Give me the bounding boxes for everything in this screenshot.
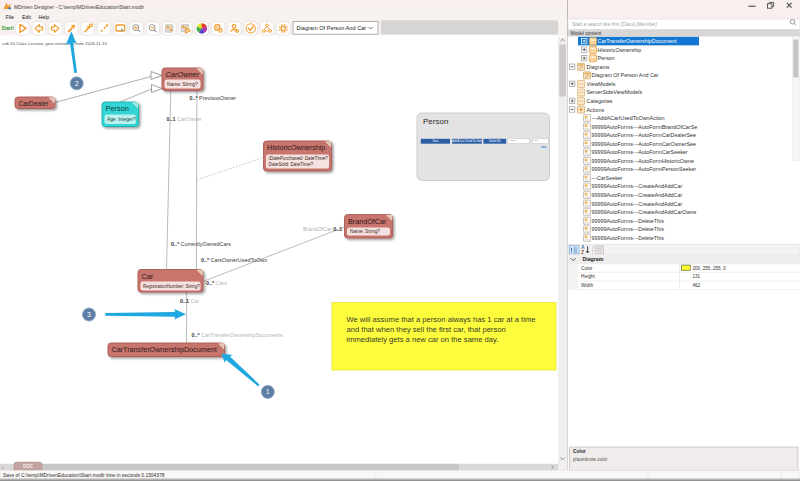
svg-text:We will assume that a person a: We will assume that a person always has … bbox=[347, 315, 536, 324]
svg-text:Car: Car bbox=[142, 272, 154, 281]
svg-text:Actions: Actions bbox=[587, 107, 605, 113]
svg-text:Diagram: Diagram bbox=[583, 256, 604, 262]
svg-text:0..1 Car: 0..1 Car bbox=[180, 298, 199, 304]
svg-text:1: 1 bbox=[266, 388, 270, 395]
svg-text:Width: Width bbox=[581, 283, 594, 288]
svg-text:99999AutoForms---AutoFormPerso: 99999AutoForms---AutoFormPersonSeeker bbox=[592, 166, 697, 172]
svg-text:DOC: DOC bbox=[23, 464, 34, 469]
svg-text:CarDealer: CarDealer bbox=[19, 100, 50, 107]
svg-text:0..* CarTransferOwnershipDocum: 0..* CarTransferOwnershipDocuments bbox=[192, 332, 283, 338]
svg-text:99999AutoForms---AutoFormCarSe: 99999AutoForms---AutoFormCarSeeker bbox=[592, 149, 688, 155]
svg-text:Add A Car I Used To Own: Add A Car I Used To Own bbox=[452, 139, 482, 143]
svg-text:Person: Person bbox=[423, 117, 448, 126]
svg-text:0..* Cars: 0..* Cars bbox=[206, 280, 227, 286]
svg-text:Diagram Of Person And Car: Diagram Of Person And Car bbox=[297, 25, 367, 31]
svg-text:99999AutoForms---CreateAndAddC: 99999AutoForms---CreateAndAddCar bbox=[592, 183, 683, 189]
svg-text:131: 131 bbox=[693, 274, 701, 279]
svg-text:Delete Me: Delete Me bbox=[489, 139, 501, 143]
svg-text:DateSold: DateTime?: DateSold: DateTime? bbox=[269, 162, 314, 167]
svg-text:---CarSeeker: ---CarSeeker bbox=[592, 175, 623, 181]
svg-text:Height: Height bbox=[581, 274, 596, 279]
svg-text:Edit: Edit bbox=[22, 14, 31, 20]
svg-text:Model content: Model content bbox=[571, 31, 602, 36]
svg-text:immediately gets a new car on: immediately gets a new car on the same d… bbox=[347, 335, 499, 344]
svg-text:Name: String?: Name: String? bbox=[167, 82, 198, 87]
svg-text:Color: Color bbox=[581, 266, 593, 271]
svg-text:0..1 CarOwner: 0..1 CarOwner bbox=[167, 116, 202, 122]
svg-text:99999AutoForms---DeleteThis: 99999AutoForms---DeleteThis bbox=[592, 226, 665, 232]
svg-text:File: File bbox=[6, 14, 14, 20]
svg-text:CarOwner: CarOwner bbox=[166, 70, 200, 79]
svg-text:‹: ‹ bbox=[2, 464, 4, 470]
svg-text:99999AutoForms---AutoFormCarDe: 99999AutoForms---AutoFormCarDealerSee bbox=[592, 132, 697, 138]
svg-text:99999AutoForms---DeleteThis: 99999AutoForms---DeleteThis bbox=[592, 235, 665, 241]
svg-text:---AddACarIUsedToOwnAction: ---AddACarIUsedToOwnAction bbox=[592, 115, 665, 121]
svg-text:and that when they sell the fi: and that when they sell the first car, t… bbox=[347, 325, 506, 334]
svg-text:Z: Z bbox=[581, 250, 584, 255]
svg-text:HistoricOwnership: HistoricOwnership bbox=[598, 47, 642, 53]
svg-text:Help: Help bbox=[39, 14, 50, 20]
svg-text:BrandOfCar: BrandOfCar bbox=[348, 217, 387, 226]
svg-text:Diagrams: Diagrams bbox=[587, 64, 610, 70]
svg-text:Name: String?: Name: String? bbox=[350, 229, 380, 234]
svg-text:0..* PreviousOwner: 0..* PreviousOwner bbox=[190, 95, 237, 101]
svg-text:0..* CarsOwnerUsedToOwn: 0..* CarsOwnerUsedToOwn bbox=[201, 257, 267, 263]
svg-text:99999AutoForms---CreateAndAddC: 99999AutoForms---CreateAndAddCar bbox=[592, 192, 683, 198]
svg-text:99999AutoForms---CreateAndAddC: 99999AutoForms---CreateAndAddCarOwne bbox=[592, 209, 697, 215]
svg-text:Person: Person bbox=[106, 104, 129, 113]
svg-text:RegistrationNumber: String?: RegistrationNumber: String? bbox=[143, 284, 200, 289]
svg-text:99999AutoForms---AutoFormBrand: 99999AutoForms---AutoFormBrandOfCarSe bbox=[592, 124, 698, 130]
svg-text:99999AutoForms---DeleteThis: 99999AutoForms---DeleteThis bbox=[592, 218, 665, 224]
svg-text:Start!: Start! bbox=[2, 26, 15, 31]
svg-text:Age: Integer?: Age: Integer? bbox=[107, 117, 136, 122]
svg-text:2: 2 bbox=[75, 80, 79, 87]
svg-text:placednote.color: placednote.color bbox=[573, 457, 608, 462]
svg-text:3: 3 bbox=[87, 311, 91, 318]
svg-text:Diagram Of Person And Car: Diagram Of Person And Car bbox=[592, 72, 659, 78]
svg-text:0..* CurrentlyOwnedCars: 0..* CurrentlyOwnedCars bbox=[171, 241, 231, 247]
svg-text:462: 462 bbox=[693, 283, 701, 288]
svg-text:Color: Color bbox=[573, 449, 586, 454]
svg-text:ServerSideViewModels: ServerSideViewModels bbox=[587, 89, 643, 95]
svg-text:Save of C:\temp\MDrivenEducati: Save of C:\temp\MDrivenEducation\Start.m… bbox=[3, 473, 165, 478]
svg-text:Categories: Categories bbox=[587, 98, 613, 104]
svg-text:/DatePurchased: DateTime?: /DatePurchased: DateTime? bbox=[268, 156, 328, 161]
svg-text:BrandOfCar 0..1: BrandOfCar 0..1 bbox=[303, 226, 342, 232]
svg-text:CarTransferOwnershipDocument: CarTransferOwnershipDocument bbox=[112, 345, 217, 354]
svg-text:HistoricOwnership: HistoricOwnership bbox=[267, 143, 325, 152]
svg-text:Start a search like this [Clas: Start a search like this [Class].[Member… bbox=[572, 22, 657, 27]
svg-text:ViewModels: ViewModels bbox=[587, 81, 616, 87]
svg-text:Save: Save bbox=[432, 139, 438, 143]
svg-text:99999AutoForms---CreateAndAddC: 99999AutoForms---CreateAndAddCar bbox=[592, 201, 683, 207]
svg-text:99999AutoForms---AutoFormHisto: 99999AutoForms---AutoFormHistoricOwne bbox=[592, 158, 694, 164]
svg-text:CarTransferOwnershipDocument: CarTransferOwnershipDocument bbox=[598, 38, 677, 44]
svg-text:MDriven Designer - C:\temp\MDr: MDriven Designer - C:\temp\MDrivenEducat… bbox=[14, 4, 144, 10]
svg-text:200, 255, 255, 0: 200, 255, 255, 0 bbox=[693, 266, 727, 271]
svg-text:Person: Person bbox=[598, 55, 615, 61]
svg-text:99999AutoForms---AutoFormCarOw: 99999AutoForms---AutoFormCarOwnerSee bbox=[592, 141, 697, 147]
svg-text:sub 50-Class License, your rev: sub 50-Class License, your revision is f… bbox=[2, 41, 107, 46]
